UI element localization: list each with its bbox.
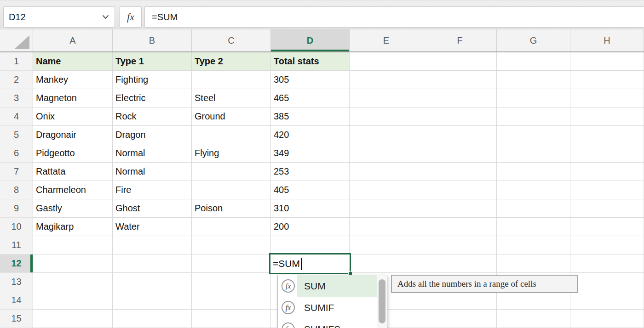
cell-A8[interactable]: Charmeleon [33, 181, 113, 199]
cell-G1[interactable] [497, 52, 570, 71]
cell-G4[interactable] [497, 107, 570, 126]
cell-F2[interactable] [423, 71, 497, 89]
cell-E8[interactable] [350, 181, 423, 199]
cell-H9[interactable] [570, 199, 644, 218]
cell-F12[interactable] [423, 254, 497, 273]
cell-G2[interactable] [497, 71, 570, 89]
column-header-F[interactable]: F [423, 29, 497, 51]
cell-E3[interactable] [350, 89, 423, 107]
column-header-A[interactable]: A [33, 29, 113, 51]
cell-C7[interactable] [192, 163, 271, 181]
cell-D10[interactable]: 200 [271, 218, 350, 236]
column-header-G[interactable]: G [497, 29, 570, 51]
autocomplete-item-sumifs[interactable]: fx SUMIFS [278, 318, 387, 328]
cell-A7[interactable]: Rattata [33, 163, 113, 181]
cell-C8[interactable] [192, 181, 271, 199]
cell-B13[interactable] [113, 273, 192, 291]
cell-C12[interactable] [192, 254, 271, 273]
autocomplete-item-sum[interactable]: fx SUM [278, 275, 387, 297]
cell-H1[interactable] [570, 52, 644, 71]
cell-B11[interactable] [113, 236, 192, 254]
cell-C14[interactable] [192, 291, 271, 310]
cell-D9[interactable]: 310 [271, 199, 350, 218]
cell-D11[interactable] [271, 236, 350, 254]
cell-C13[interactable] [192, 273, 271, 291]
cell-A10[interactable]: Magikarp [33, 218, 113, 236]
row-header-6[interactable]: 6 [0, 144, 33, 163]
cell-E12[interactable] [350, 254, 423, 273]
cell-E11[interactable] [350, 236, 423, 254]
column-header-C[interactable]: C [192, 29, 271, 51]
cell-B7[interactable]: Normal [113, 163, 192, 181]
cell-C9[interactable]: Poison [192, 199, 271, 218]
chevron-down-icon[interactable] [102, 15, 109, 19]
column-header-D[interactable]: D [271, 29, 350, 51]
formula-bar-input[interactable]: =SUM [144, 6, 644, 28]
cell-B10[interactable]: Water [113, 218, 192, 236]
cell-A15[interactable] [33, 310, 113, 328]
autocomplete-item-sumif[interactable]: fx SUMIF [278, 297, 387, 318]
row-header-9[interactable]: 9 [0, 199, 33, 218]
cell-A14[interactable] [33, 291, 113, 310]
row-header-4[interactable]: 4 [0, 107, 33, 126]
cell-A12[interactable] [33, 254, 113, 273]
cell-E1[interactable] [350, 52, 423, 71]
row-header-7[interactable]: 7 [0, 163, 33, 181]
insert-function-button[interactable]: fx [120, 6, 142, 28]
cell-F11[interactable] [423, 236, 497, 254]
cell-D4[interactable]: 385 [271, 107, 350, 126]
cell-B1[interactable]: Type 1 [113, 52, 192, 71]
cell-G7[interactable] [497, 163, 570, 181]
cell-H15[interactable] [570, 310, 644, 328]
cell-D5[interactable]: 420 [271, 126, 350, 144]
cell-E9[interactable] [350, 199, 423, 218]
cell-F9[interactable] [423, 199, 497, 218]
cell-B4[interactable]: Rock [113, 107, 192, 126]
cell-A11[interactable] [33, 236, 113, 254]
cell-C1[interactable]: Type 2 [192, 52, 271, 71]
cell-H8[interactable] [570, 181, 644, 199]
cell-E4[interactable] [350, 107, 423, 126]
cell-F4[interactable] [423, 107, 497, 126]
cell-C5[interactable] [192, 126, 271, 144]
cell-F6[interactable] [423, 144, 497, 163]
cell-A5[interactable]: Dragonair [33, 126, 113, 144]
cell-H12[interactable] [570, 254, 644, 273]
cell-B9[interactable]: Ghost [113, 199, 192, 218]
cell-C3[interactable]: Steel [192, 89, 271, 107]
cell-A6[interactable]: Pidgeotto [33, 144, 113, 163]
row-header-11[interactable]: 11 [0, 236, 33, 254]
cell-G10[interactable] [497, 218, 570, 236]
cell-E10[interactable] [350, 218, 423, 236]
cell-B2[interactable]: Fighting [113, 71, 192, 89]
cell-F3[interactable] [423, 89, 497, 107]
row-header-8[interactable]: 8 [0, 181, 33, 199]
cell-F10[interactable] [423, 218, 497, 236]
cell-A4[interactable]: Onix [33, 107, 113, 126]
cell-C15[interactable] [192, 310, 271, 328]
cell-A3[interactable]: Magneton [33, 89, 113, 107]
column-header-H[interactable]: H [570, 29, 644, 51]
cell-F15[interactable] [423, 310, 497, 328]
cell-B6[interactable]: Normal [113, 144, 192, 163]
column-header-B[interactable]: B [113, 29, 192, 51]
cell-G6[interactable] [497, 144, 570, 163]
cell-B3[interactable]: Electric [113, 89, 192, 107]
cell-B14[interactable] [113, 291, 192, 310]
cell-D6[interactable]: 349 [271, 144, 350, 163]
row-header-2[interactable]: 2 [0, 71, 33, 89]
cell-F8[interactable] [423, 181, 497, 199]
cell-B5[interactable]: Dragon [113, 126, 192, 144]
row-header-3[interactable]: 3 [0, 89, 33, 107]
cell-G9[interactable] [497, 199, 570, 218]
row-header-13[interactable]: 13 [0, 273, 33, 291]
cell-A13[interactable] [33, 273, 113, 291]
cell-C10[interactable] [192, 218, 271, 236]
column-header-E[interactable]: E [350, 29, 423, 51]
cell-H2[interactable] [570, 71, 644, 89]
cell-D3[interactable]: 465 [271, 89, 350, 107]
row-header-10[interactable]: 10 [0, 218, 33, 236]
cell-F1[interactable] [423, 52, 497, 71]
cell-H13[interactable] [570, 273, 644, 291]
row-header-15[interactable]: 15 [0, 310, 33, 328]
